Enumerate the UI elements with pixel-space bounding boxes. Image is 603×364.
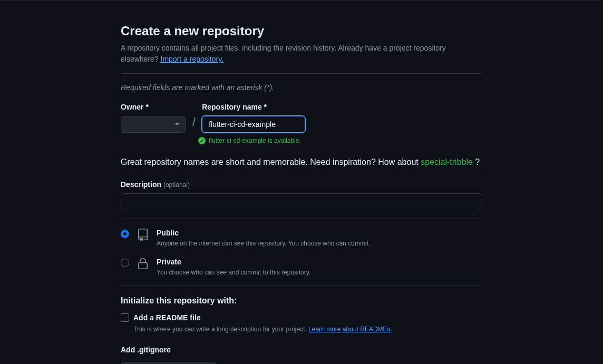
repo-name-input[interactable] [202,116,305,133]
check-circle-icon: ✓ [198,137,206,144]
gitignore-dropdown[interactable]: .gitignore template: None [121,362,216,364]
name-suggestion[interactable]: special-tribble [421,158,473,166]
owner-dropdown[interactable] [121,116,186,133]
divider [121,73,482,74]
description-input[interactable] [121,193,482,210]
divider [121,219,482,219]
readme-checkbox[interactable] [121,313,129,322]
page-subtitle: A repository contains all project files,… [121,43,482,65]
page-title: Create a new repository [121,22,482,41]
availability-status: ✓ flutter-ci-cd-example is available. [198,136,482,145]
description-label: Description (optional) [121,180,190,189]
repo-icon [137,229,149,241]
path-separator: / [190,113,198,133]
visibility-private-option[interactable]: Private You choose who can see and commi… [121,257,482,277]
gitignore-label: Add .gitignore [121,345,482,356]
readme-title: Add a README file [133,312,392,323]
owner-label: Owner * [121,102,186,113]
radio-public[interactable] [121,230,129,238]
import-repo-link[interactable]: Import a repository. [161,55,224,63]
chevron-down-icon [175,123,179,125]
readme-learn-link[interactable]: Learn more about READMEs. [308,326,392,333]
private-title: Private [157,257,310,268]
divider [121,286,482,286]
initialize-header: Initialize this repository with: [121,294,482,307]
visibility-public-option[interactable]: Public Anyone on the internet can see th… [121,228,482,248]
readme-sub: This is where you can write a long descr… [133,324,392,334]
public-title: Public [157,228,370,239]
repo-name-label: Repository name * [202,102,305,113]
public-sub: Anyone on the internet can see this repo… [157,239,370,248]
private-sub: You choose who can see and commit to thi… [157,268,310,277]
lock-icon [137,258,149,270]
availability-text: flutter-ci-cd-example is available. [209,136,301,145]
radio-private[interactable] [121,259,129,267]
inspiration-text: Great repository names are short and mem… [121,156,482,169]
required-note: Required fields are marked with an aster… [121,82,482,93]
